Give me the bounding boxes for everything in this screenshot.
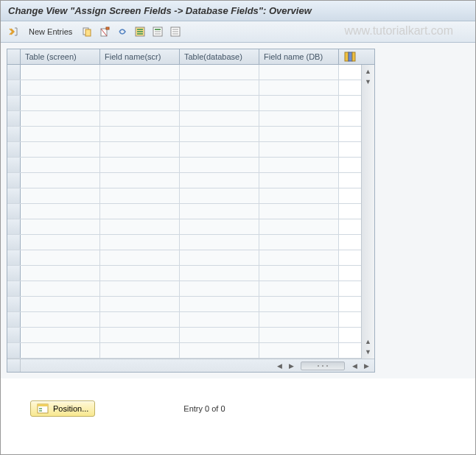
scroll-right2-icon[interactable]: ▶ bbox=[361, 361, 371, 371]
table-row[interactable] bbox=[7, 142, 361, 158]
cell[interactable] bbox=[100, 219, 180, 234]
row-selector[interactable] bbox=[7, 297, 21, 311]
scroll-down2-icon[interactable]: ▼ bbox=[363, 347, 374, 357]
row-selector-header[interactable] bbox=[7, 49, 21, 64]
scroll-left-icon[interactable]: ◀ bbox=[274, 361, 284, 371]
row-selector[interactable] bbox=[7, 173, 21, 188]
cell[interactable] bbox=[259, 142, 339, 157]
cell[interactable] bbox=[21, 250, 100, 265]
cell[interactable] bbox=[100, 142, 180, 157]
scroll-right-icon[interactable]: ▶ bbox=[286, 361, 296, 371]
cell[interactable] bbox=[259, 158, 339, 172]
cell[interactable] bbox=[100, 235, 180, 250]
cell[interactable] bbox=[100, 343, 180, 358]
table-row[interactable] bbox=[7, 312, 361, 328]
cell[interactable] bbox=[21, 312, 100, 327]
cell[interactable] bbox=[100, 127, 180, 141]
cell[interactable] bbox=[180, 142, 259, 157]
cell[interactable] bbox=[259, 80, 339, 95]
cell[interactable] bbox=[259, 235, 339, 250]
cell[interactable] bbox=[21, 188, 100, 203]
cell[interactable] bbox=[21, 96, 100, 110]
cell[interactable] bbox=[100, 250, 180, 265]
deselect-all-icon[interactable] bbox=[168, 24, 183, 39]
cell[interactable] bbox=[259, 219, 339, 234]
table-row[interactable] bbox=[7, 266, 361, 281]
cell[interactable] bbox=[259, 96, 339, 110]
table-row[interactable] bbox=[7, 158, 361, 173]
horizontal-scrollbar[interactable]: ◀ ▶ ◀ ▶ bbox=[7, 359, 374, 372]
cell[interactable] bbox=[100, 173, 180, 188]
select-all-icon[interactable] bbox=[133, 24, 147, 39]
cell[interactable] bbox=[180, 65, 259, 80]
row-selector[interactable] bbox=[7, 219, 21, 234]
cell[interactable] bbox=[100, 328, 180, 342]
row-selector[interactable] bbox=[7, 250, 21, 265]
table-row[interactable] bbox=[7, 96, 361, 111]
cell[interactable] bbox=[259, 250, 339, 265]
cell[interactable] bbox=[21, 219, 100, 234]
cell[interactable] bbox=[180, 127, 259, 141]
row-selector[interactable] bbox=[7, 266, 21, 281]
cell[interactable] bbox=[180, 343, 259, 358]
cell[interactable] bbox=[100, 204, 180, 219]
cell[interactable] bbox=[21, 297, 100, 311]
cell[interactable] bbox=[259, 343, 339, 358]
vertical-scrollbar[interactable]: ▲ ▼ ▲ ▼ bbox=[361, 65, 374, 359]
scroll-left2-icon[interactable]: ◀ bbox=[349, 361, 360, 371]
cell[interactable] bbox=[21, 343, 100, 358]
cell[interactable] bbox=[100, 96, 180, 110]
row-selector[interactable] bbox=[7, 158, 21, 172]
cell[interactable] bbox=[21, 173, 100, 188]
undo-icon[interactable] bbox=[115, 24, 130, 39]
row-selector[interactable] bbox=[7, 235, 21, 250]
cell[interactable] bbox=[180, 173, 259, 188]
cell[interactable] bbox=[259, 281, 339, 296]
scroll-up-icon[interactable]: ▲ bbox=[363, 66, 374, 77]
table-row[interactable] bbox=[7, 235, 361, 250]
cell[interactable] bbox=[21, 142, 100, 157]
row-selector[interactable] bbox=[7, 142, 21, 157]
table-row[interactable] bbox=[7, 328, 361, 343]
cell[interactable] bbox=[21, 266, 100, 281]
table-row[interactable] bbox=[7, 343, 361, 359]
table-row[interactable] bbox=[7, 297, 361, 312]
cell[interactable] bbox=[180, 219, 259, 234]
row-selector[interactable] bbox=[7, 188, 21, 203]
cell[interactable] bbox=[100, 158, 180, 172]
table-row[interactable] bbox=[7, 188, 361, 204]
cell[interactable] bbox=[21, 204, 100, 219]
cell[interactable] bbox=[259, 65, 339, 80]
cell[interactable] bbox=[259, 127, 339, 141]
row-selector[interactable] bbox=[7, 65, 21, 80]
table-row[interactable] bbox=[7, 173, 361, 188]
cell[interactable] bbox=[180, 281, 259, 296]
select-block-icon[interactable] bbox=[150, 24, 165, 39]
cell[interactable] bbox=[180, 266, 259, 281]
cell[interactable] bbox=[21, 235, 100, 250]
cell[interactable] bbox=[100, 188, 180, 203]
row-selector[interactable] bbox=[7, 343, 21, 358]
cell[interactable] bbox=[180, 96, 259, 110]
table-row[interactable] bbox=[7, 127, 361, 142]
table-row[interactable] bbox=[7, 80, 361, 96]
cell[interactable] bbox=[180, 312, 259, 327]
cell[interactable] bbox=[180, 111, 259, 126]
cell[interactable] bbox=[259, 297, 339, 311]
delete-icon[interactable] bbox=[97, 24, 112, 39]
scroll-down-icon[interactable]: ▼ bbox=[363, 77, 374, 87]
table-row[interactable] bbox=[7, 111, 361, 127]
table-row[interactable] bbox=[7, 219, 361, 235]
cell[interactable] bbox=[21, 158, 100, 172]
cell[interactable] bbox=[100, 281, 180, 296]
cell[interactable] bbox=[180, 235, 259, 250]
cell[interactable] bbox=[259, 328, 339, 342]
cell[interactable] bbox=[100, 297, 180, 311]
cell[interactable] bbox=[180, 204, 259, 219]
cell[interactable] bbox=[259, 111, 339, 126]
cell[interactable] bbox=[180, 328, 259, 342]
row-selector[interactable] bbox=[7, 328, 21, 342]
row-selector[interactable] bbox=[7, 80, 21, 95]
cell[interactable] bbox=[21, 65, 100, 80]
row-selector[interactable] bbox=[7, 127, 21, 141]
